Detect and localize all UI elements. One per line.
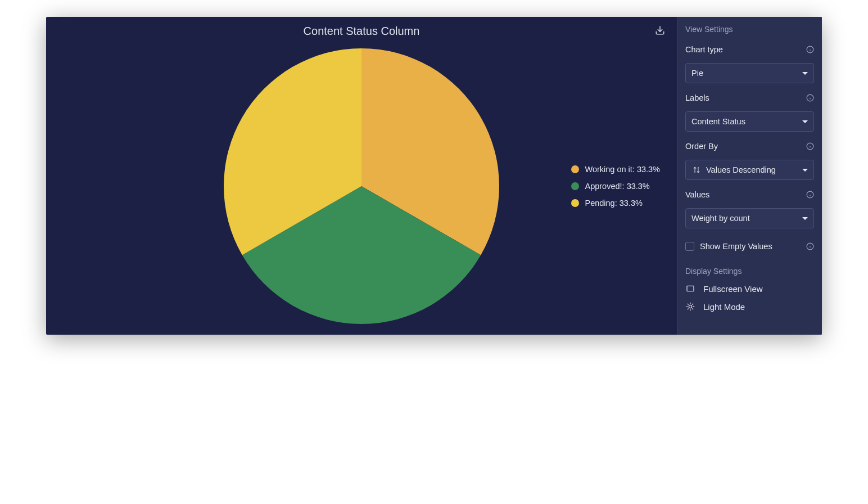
order-by-label-row: Order By [685,142,814,151]
light-mode-button[interactable]: Light Mode [685,302,814,312]
svg-rect-16 [687,286,694,291]
svg-line-25 [693,304,693,304]
labels-select[interactable]: Content Status [685,111,814,132]
chart-body: Working on it: 33.3% Approved!: 33.3% Pe… [46,38,677,335]
chevron-down-icon [802,120,808,123]
legend-label: Pending: 33.3% [585,199,642,208]
chart-panel: Content Status Column [46,17,677,335]
legend: Working on it: 33.3% Approved!: 33.3% Pe… [571,165,660,208]
info-icon[interactable] [806,46,814,54]
legend-item[interactable]: Pending: 33.3% [571,199,660,208]
svg-point-17 [689,305,691,308]
labels-label-row: Labels [685,93,814,102]
order-by-select[interactable]: Values Descending [685,160,814,180]
legend-label: Working on it: 33.3% [585,165,660,174]
pie-chart [221,46,502,327]
legend-dot-icon [571,182,579,190]
show-empty-checkbox[interactable] [685,242,694,251]
chart-title: Content Status Column [304,25,420,38]
values-label-row: Values [685,190,814,199]
info-icon[interactable] [806,191,814,199]
svg-line-21 [693,309,693,309]
chart-type-label-row: Chart type [685,45,814,54]
values-select[interactable]: Weight by count [685,208,814,228]
chevron-down-icon [802,217,808,220]
legend-dot-icon [571,165,579,173]
display-settings-section: Display Settings Fullscreen View Light M… [685,267,814,312]
legend-label: Approved!: 33.3% [585,182,649,191]
sun-icon [685,302,695,312]
display-settings-title: Display Settings [685,267,814,276]
values-label: Values [685,190,709,199]
light-mode-label: Light Mode [703,302,745,312]
labels-label: Labels [685,93,709,102]
chart-type-value: Pie [691,69,703,78]
chevron-down-icon [802,72,808,75]
info-icon[interactable] [806,142,814,151]
legend-item[interactable]: Working on it: 33.3% [571,165,660,174]
show-empty-row: Show Empty Values [685,242,814,251]
order-by-value: Values Descending [706,165,776,174]
legend-dot-icon [571,199,579,207]
values-value: Weight by count [691,214,750,223]
chart-type-label: Chart type [685,45,723,54]
view-settings-title: View Settings [685,25,814,34]
legend-item[interactable]: Approved!: 33.3% [571,182,660,191]
download-icon [655,25,665,35]
svg-line-20 [688,304,688,304]
fullscreen-label: Fullscreen View [703,284,763,294]
show-empty-label: Show Empty Values [700,242,772,251]
chart-type-select[interactable]: Pie [685,63,814,83]
order-by-label: Order By [685,142,718,151]
labels-value: Content Status [691,117,745,126]
sort-icon [691,165,702,175]
info-icon[interactable] [806,94,814,102]
fullscreen-icon [685,284,695,294]
chevron-down-icon [802,169,808,172]
chart-header: Content Status Column [46,17,677,38]
download-button[interactable] [654,25,666,36]
fullscreen-view-button[interactable]: Fullscreen View [685,284,814,294]
app-container: Content Status Column [46,17,822,335]
settings-sidebar: View Settings Chart type Pie Labels [677,17,822,335]
svg-line-24 [688,309,688,309]
info-icon[interactable] [806,242,814,251]
